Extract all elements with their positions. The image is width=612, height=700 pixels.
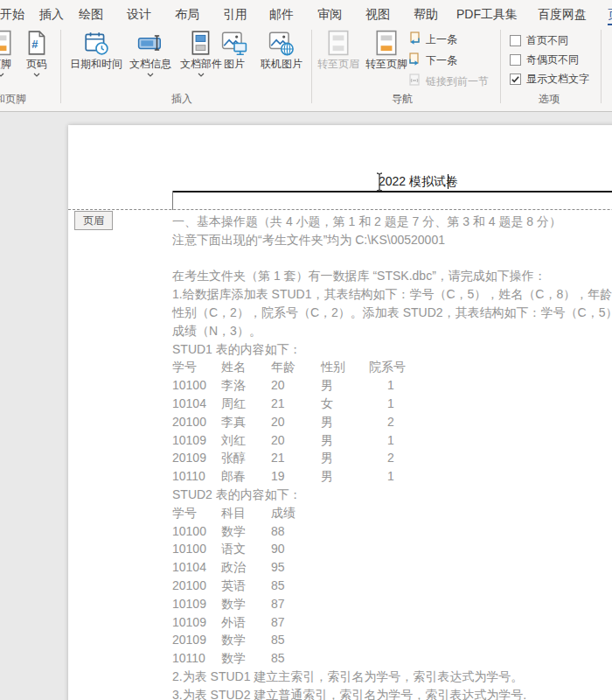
page-header-text[interactable]: 2022 模拟试卷 [379,174,458,190]
menu-tab-baidu-netdisk[interactable]: 百度网盘 [538,4,587,24]
doc-paragraph[interactable]: 2.为表 STUD1 建立主索引，索引名为学号，索引表达式为学号。 [172,668,612,686]
doc-table-row[interactable]: 10104政治95 [172,558,612,577]
previous-button[interactable]: 上一条 [407,30,457,49]
doc-table-row[interactable]: 20109数学85 [172,631,612,649]
doc-table-cell: 10104 [172,558,221,577]
doc-table-cell: 2 [369,413,413,431]
next-button[interactable]: 下一条 [407,51,457,70]
doc-paragraph[interactable]: 在考生文件夹（第 1 套）有一数据库 “STSK.dbc”，请完成如下操作： [172,267,612,285]
menu-tab-pdf-tools[interactable]: PDF工具集 [456,4,518,24]
doc-table-cell: 1 [369,431,413,450]
document-page[interactable]: 2022 模拟试卷 页眉 一、基本操作题（共 4 小题，第 1 和 2 题是 7… [68,125,612,700]
picture-button[interactable]: 图片 [217,28,252,70]
document-parts-icon [188,28,214,58]
header-boundary-dashed-line [68,209,612,210]
footer-button[interactable]: 页脚 [0,28,16,77]
group-label-insert: 插入 [171,92,192,107]
doc-paragraph[interactable]: 1.给数据库添加表 STUD1，其表结构如下：学号（C，5），姓名（C，8），年… [172,285,612,304]
doc-table-row[interactable]: 20109张醇21男2 [172,449,612,467]
doc-table-cell: 女 [321,395,369,413]
menu-tab-mailings[interactable]: 邮件 [269,4,294,24]
doc-paragraph[interactable]: 注意下面出现的“考生文件夹”均为 C:\KS\00520001 [172,231,612,249]
doc-table-cell: 85 [271,577,341,595]
doc-table-cell: 语文 [221,540,271,558]
goto-footer-button[interactable]: 转至页脚 [361,28,412,70]
document-info-button[interactable]: 文档信息 [124,28,177,77]
doc-paragraph[interactable]: STUD2 表的内容如下： [172,486,612,504]
date-time-button[interactable]: 日期和时间 [66,28,126,70]
doc-table-cell: 10100 [172,522,221,541]
next-button-label: 下一条 [426,54,457,66]
different-odd-even-checkbox[interactable]: 奇偶页不同 [510,52,579,67]
online-picture-button-label: 联机图片 [261,58,303,70]
doc-table-cell: 1 [369,376,413,395]
doc-table-row[interactable]: 10100语文90 [172,540,612,558]
doc-table-cell: 1 [369,395,413,413]
doc-table-cell: 10100 [172,540,221,558]
header-tag: 页眉 [74,211,113,230]
menu-tab-view[interactable]: 视图 [365,4,390,24]
doc-paragraph[interactable]: 一、基本操作题（共 4 小题，第 1 和 2 题是 7 分、第 3 和 4 题是… [172,213,612,231]
menu-bar: 页眉和页脚 开始插入绘图设计布局引用邮件审阅视图帮助PDF工具集百度网盘 [0,0,612,26]
menu-tab-insert[interactable]: 插入 [39,4,64,24]
goto-footer-button-label: 转至页脚 [365,58,407,70]
menu-tab-references[interactable]: 引用 [223,4,247,24]
doc-table-row[interactable]: 10109数学87 [172,595,612,613]
menu-tab-help[interactable]: 帮助 [414,4,438,24]
doc-table-cell: 19 [271,467,321,486]
svg-text:#: # [31,38,38,51]
menu-tab-home[interactable]: 开始 [0,4,24,24]
doc-table-cell: 学号 [172,358,221,376]
doc-table-cell: 外语 [221,613,271,632]
document-body[interactable]: 一、基本操作题（共 4 小题，第 1 和 2 题是 7 分、第 3 和 4 题是… [172,213,612,700]
doc-table-cell: 英语 [221,577,271,595]
doc-table-cell: 20100 [172,577,221,595]
show-document-text-checkbox[interactable]: 显示文档文字 [510,71,589,87]
menu-tab-review[interactable]: 审阅 [317,4,342,24]
doc-table-row[interactable]: 学号科目成绩 [172,504,612,522]
doc-table-cell: 10110 [172,467,221,486]
menu-tab-design[interactable]: 设计 [127,4,151,24]
doc-table-row[interactable]: 10110数学85 [172,649,612,668]
doc-table-row[interactable]: 10109刘红20男1 [172,431,612,450]
different-first-page-checkbox[interactable]: 首页不同 [510,32,568,48]
doc-table-cell: 姓名 [221,358,271,376]
doc-table-cell: 1 [369,467,413,486]
doc-table-row[interactable]: 20100英语85 [172,577,612,595]
page-number-button[interactable]: # 页码 [21,28,52,77]
goto-header-button: 转至页眉 [315,28,362,70]
menu-tab-layout[interactable]: 布局 [175,4,199,24]
page-number-button-label: 页码 [26,58,47,70]
date-time-icon [83,28,109,58]
checkbox-icon [510,35,521,46]
doc-table-cell: 20 [271,431,321,450]
group-separator [311,30,312,103]
doc-table-cell: 90 [271,540,341,558]
doc-table-row[interactable]: 10109外语87 [172,613,612,632]
tab-header-footer-contextual[interactable]: 页眉和页脚 [608,4,612,25]
doc-paragraph[interactable]: 性别（C，2），院系号（C，2）。添加表 STUD2，其表结构如下：学号（C，5… [172,304,612,322]
doc-table-row[interactable]: 10100数学88 [172,522,612,541]
doc-table-row[interactable]: 10110郎春19男1 [172,467,612,486]
online-picture-button[interactable]: 联机图片 [254,28,309,70]
doc-paragraph[interactable]: STUD1 表的内容如下： [172,340,612,359]
doc-blank-line[interactable] [172,249,612,268]
chevron-down-icon [147,73,154,77]
doc-table-cell: 数学 [221,631,271,649]
doc-table-row[interactable]: 10104周红21女1 [172,395,612,413]
doc-table-row[interactable]: 20100李真20男2 [172,413,612,431]
checkbox-icon [510,74,521,85]
doc-table-cell: 科目 [221,504,271,522]
footer-icon [0,28,14,58]
doc-table-row[interactable]: 学号姓名年龄性别院系号 [172,358,612,376]
group-label-navigation: 导航 [392,92,413,107]
doc-paragraph[interactable]: 3.为表 STUD2 建立普通索引，索引名为学号，索引表达式为学号. [172,686,612,700]
doc-table-cell: 2 [369,449,413,467]
doc-table-row[interactable]: 10100李洛20男1 [172,376,612,395]
menu-tab-draw[interactable]: 绘图 [79,4,103,24]
header-underline [172,191,612,192]
doc-paragraph[interactable]: 成绩（N，3）。 [172,322,612,340]
doc-table-cell: 10109 [172,613,221,632]
doc-table-cell: 男 [321,467,369,486]
document-info-button-label: 文档信息 [129,58,171,70]
